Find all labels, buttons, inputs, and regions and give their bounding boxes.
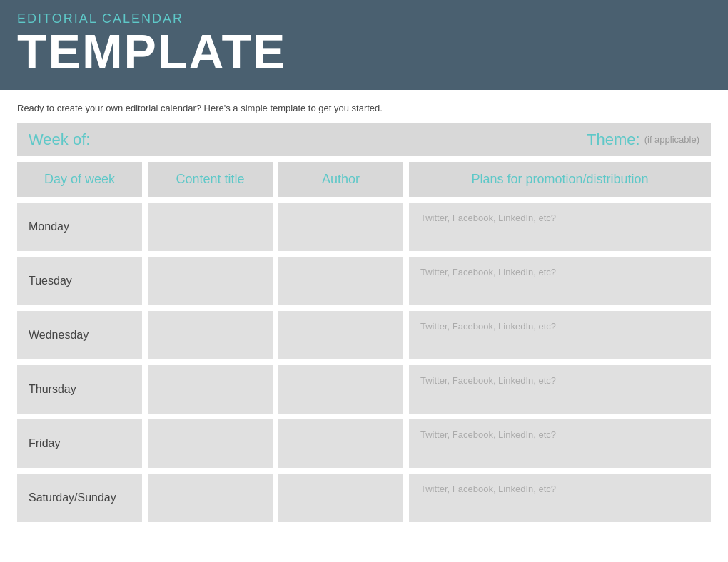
author-cell[interactable] xyxy=(278,419,403,468)
table-row: Thursday Twitter, Facebook, LinkedIn, et… xyxy=(17,365,711,414)
promo-cell[interactable]: Twitter, Facebook, LinkedIn, etc? xyxy=(409,365,711,414)
content-cell[interactable] xyxy=(148,203,273,251)
table-row: Tuesday Twitter, Facebook, LinkedIn, etc… xyxy=(17,257,711,305)
day-cell: Wednesday xyxy=(17,311,142,359)
col-header-content: Content title xyxy=(148,162,273,197)
editorial-calendar: Week of: Theme: (if applicable) Day of w… xyxy=(0,123,728,539)
week-label: Week of: xyxy=(29,131,90,149)
content-cell[interactable] xyxy=(148,311,273,359)
day-cell: Friday xyxy=(17,419,142,468)
content-cell[interactable] xyxy=(148,474,273,522)
author-cell[interactable] xyxy=(278,474,403,522)
promo-cell[interactable]: Twitter, Facebook, LinkedIn, etc? xyxy=(409,203,711,251)
page-header: EDITORIAL CALENDAR TEMPLATE xyxy=(0,0,728,90)
theme-sub: (if applicable) xyxy=(644,134,699,145)
content-cell[interactable] xyxy=(148,419,273,468)
day-cell: Saturday/Sunday xyxy=(17,474,142,522)
promo-cell[interactable]: Twitter, Facebook, LinkedIn, etc? xyxy=(409,474,711,522)
author-cell[interactable] xyxy=(278,257,403,305)
content-cell[interactable] xyxy=(148,257,273,305)
col-header-plans: Plans for promotion/distribution xyxy=(409,162,711,197)
promo-cell[interactable]: Twitter, Facebook, LinkedIn, etc? xyxy=(409,311,711,359)
intro-text: Ready to create your own editorial calen… xyxy=(0,90,728,123)
author-cell[interactable] xyxy=(278,365,403,414)
theme-label: Theme: xyxy=(587,131,640,149)
promo-cell[interactable]: Twitter, Facebook, LinkedIn, etc? xyxy=(409,257,711,305)
content-cell[interactable] xyxy=(148,365,273,414)
table-row: Saturday/Sunday Twitter, Facebook, Linke… xyxy=(17,474,711,522)
col-header-day: Day of week xyxy=(17,162,142,197)
theme-section: Theme: (if applicable) xyxy=(587,131,699,149)
column-headers: Day of week Content title Author Plans f… xyxy=(17,162,711,197)
promo-cell[interactable]: Twitter, Facebook, LinkedIn, etc? xyxy=(409,419,711,468)
header-title: TEMPLATE xyxy=(17,27,711,76)
author-cell[interactable] xyxy=(278,311,403,359)
table-row: Wednesday Twitter, Facebook, LinkedIn, e… xyxy=(17,311,711,359)
col-header-author: Author xyxy=(278,162,403,197)
author-cell[interactable] xyxy=(278,203,403,251)
day-cell: Monday xyxy=(17,203,142,251)
table-row: Monday Twitter, Facebook, LinkedIn, etc? xyxy=(17,203,711,251)
day-cell: Thursday xyxy=(17,365,142,414)
table-row: Friday Twitter, Facebook, LinkedIn, etc? xyxy=(17,419,711,468)
calendar-rows: Monday Twitter, Facebook, LinkedIn, etc?… xyxy=(17,203,711,522)
week-theme-row: Week of: Theme: (if applicable) xyxy=(17,123,711,156)
day-cell: Tuesday xyxy=(17,257,142,305)
